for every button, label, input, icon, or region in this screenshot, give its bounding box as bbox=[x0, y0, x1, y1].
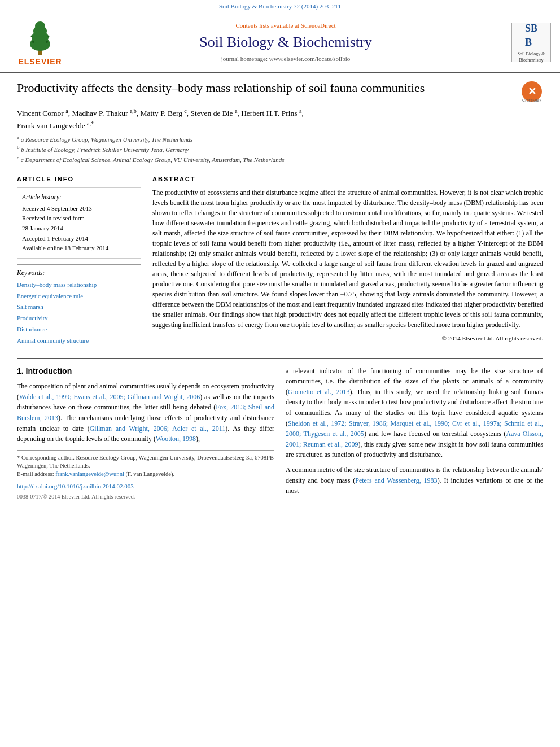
ref-sheldon: Sheldon et al., 1972; Strayer, 1986; Mar… bbox=[286, 420, 543, 438]
affiliation-a: a a Resource Ecology Group, Wageningen U… bbox=[17, 134, 543, 144]
intro-two-col: 1. Introduction The composition of plant… bbox=[17, 366, 543, 501]
article-info-abstract-section: ARTICLE INFO Article history: Received 4… bbox=[17, 169, 543, 346]
intro-para-1: The composition of plant and animal comm… bbox=[17, 381, 274, 444]
intro-right: a relevant indicator of the functioning … bbox=[286, 366, 543, 501]
doi-link[interactable]: http://dx.doi.org/10.1016/j.soilbio.2014… bbox=[17, 482, 274, 491]
keywords-block: Keywords: Density–body mass relationship… bbox=[17, 268, 141, 347]
ref-peters: Peters and Wassenberg, 1983 bbox=[355, 477, 437, 484]
elsevier-tree-icon bbox=[23, 17, 57, 56]
issn-line: 0038-0717/© 2014 Elsevier Ltd. All right… bbox=[17, 493, 274, 501]
journal-header-center: Contents lists available at ScienceDirec… bbox=[77, 21, 495, 64]
keyword-1: Density–body mass relationship bbox=[17, 279, 141, 291]
elsevier-brand-text: ELSEVIER bbox=[18, 56, 62, 68]
intro-right-para-2: A common metric of the size structure of… bbox=[286, 465, 543, 496]
received-revised-label: Received in revised form bbox=[22, 213, 136, 224]
article-info-label: ARTICLE INFO bbox=[17, 175, 141, 184]
article-history-title: Article history: bbox=[22, 193, 136, 202]
copyright-line: © 2014 Elsevier Ltd. All rights reserved… bbox=[152, 334, 543, 343]
svg-point-4 bbox=[35, 21, 45, 30]
email-label: E-mail address: bbox=[17, 471, 54, 477]
svg-point-8 bbox=[48, 36, 50, 37]
ref-fox: Fox, 2013; Sheil and Burslem, 2013 bbox=[17, 403, 274, 422]
authors: Vincent Comor a, Madhav P. Thakur a,b, M… bbox=[17, 107, 543, 132]
intro-heading: 1. Introduction bbox=[17, 366, 274, 377]
affiliation-c: c c Department of Ecological Science, An… bbox=[17, 154, 543, 164]
received-revised-date: 28 January 2014 bbox=[22, 224, 136, 234]
keyword-4: Productivity bbox=[17, 313, 141, 324]
ref-wootton: Wootton, 1998 bbox=[156, 435, 196, 443]
email-note: (F. van Langevelde). bbox=[126, 471, 175, 477]
sciencedirect-link[interactable]: ScienceDirect bbox=[301, 22, 336, 29]
keyword-5: Disturbance bbox=[17, 324, 141, 335]
sciencedirect-text: Contents lists available at ScienceDirec… bbox=[77, 21, 495, 30]
journal-homepage: journal homepage: www.elsevier.com/locat… bbox=[77, 55, 495, 63]
ref-gillman: Gillman and Wright, 2006; Adler et al., … bbox=[90, 425, 226, 433]
svg-text:CrossMark: CrossMark bbox=[522, 98, 541, 102]
ref-walde: Walde et al., 1999; Evans et al., 2005; … bbox=[19, 393, 200, 401]
affiliations: a a Resource Ecology Group, Wageningen U… bbox=[17, 134, 543, 164]
keyword-3: Salt marsh bbox=[17, 302, 141, 313]
keyword-2: Energetic equivalence rule bbox=[17, 291, 141, 302]
article-title-section: Productivity affects the density–body ma… bbox=[17, 80, 543, 103]
journal-logo-box: SBB Soil Biology &Biochemistry bbox=[511, 23, 551, 62]
authors-text-2: Frank van Langevelde a,* bbox=[17, 121, 94, 130]
available-online-date: Available online 18 February 2014 bbox=[22, 243, 136, 254]
footnote-section: * Corresponding author. Resource Ecology… bbox=[17, 450, 274, 501]
svg-point-5 bbox=[32, 41, 34, 43]
received-date: Received 4 September 2013 bbox=[22, 204, 136, 214]
article-info-block: Article history: Received 4 September 20… bbox=[17, 187, 141, 259]
svg-text:✕: ✕ bbox=[528, 86, 536, 97]
keywords-title: Keywords: bbox=[17, 268, 141, 277]
email-address: frank.vanlangevelde@wur.nl bbox=[55, 471, 124, 477]
journal-reference: Soil Biology & Biochemistry 72 (2014) 20… bbox=[219, 3, 341, 10]
main-content: Productivity affects the density–body ma… bbox=[0, 73, 560, 508]
journal-header: ELSEVIER Contents lists available at Sci… bbox=[0, 12, 560, 73]
top-bar: Soil Biology & Biochemistry 72 (2014) 20… bbox=[0, 0, 560, 12]
crossmark-icon: ✕ CrossMark bbox=[520, 80, 543, 103]
introduction-section: 1. Introduction The composition of plant… bbox=[17, 358, 543, 501]
journal-logo-right: SBB Soil Biology &Biochemistry bbox=[500, 23, 551, 62]
keyword-6: Animal community structure bbox=[17, 335, 141, 347]
intro-left: 1. Introduction The composition of plant… bbox=[17, 366, 274, 501]
left-col: ARTICLE INFO Article history: Received 4… bbox=[17, 175, 141, 346]
elsevier-logo: ELSEVIER bbox=[9, 17, 71, 68]
abstract-text: The productivity of ecosystems and their… bbox=[152, 187, 543, 330]
abstract-label: ABSTRACT bbox=[152, 175, 543, 184]
article-title: Productivity affects the density–body ma… bbox=[17, 80, 515, 97]
accepted-date: Accepted 1 February 2014 bbox=[22, 234, 136, 244]
journal-title: Soil Biology & Biochemistry bbox=[77, 32, 495, 53]
svg-point-6 bbox=[46, 41, 48, 43]
ref-giometto: Giometto et al., 2013 bbox=[288, 388, 349, 396]
footnote-email: E-mail address: frank.vanlangevelde@wur.… bbox=[17, 470, 274, 479]
logo-sb-text: SBB bbox=[525, 21, 537, 50]
logo-caption: Soil Biology &Biochemistry bbox=[518, 51, 545, 63]
right-col-abstract: ABSTRACT The productivity of ecosystems … bbox=[152, 175, 543, 346]
authors-text: Vincent Comor a, Madhav P. Thakur a,b, M… bbox=[17, 109, 304, 117]
intro-right-para-1: a relevant indicator of the functioning … bbox=[286, 366, 543, 460]
divider bbox=[17, 264, 141, 265]
affiliation-b: b b Institute of Ecology, Friedrich Schi… bbox=[17, 144, 543, 154]
footnote-star-text: * Corresponding author. Resource Ecology… bbox=[17, 454, 274, 470]
svg-point-7 bbox=[31, 36, 33, 37]
